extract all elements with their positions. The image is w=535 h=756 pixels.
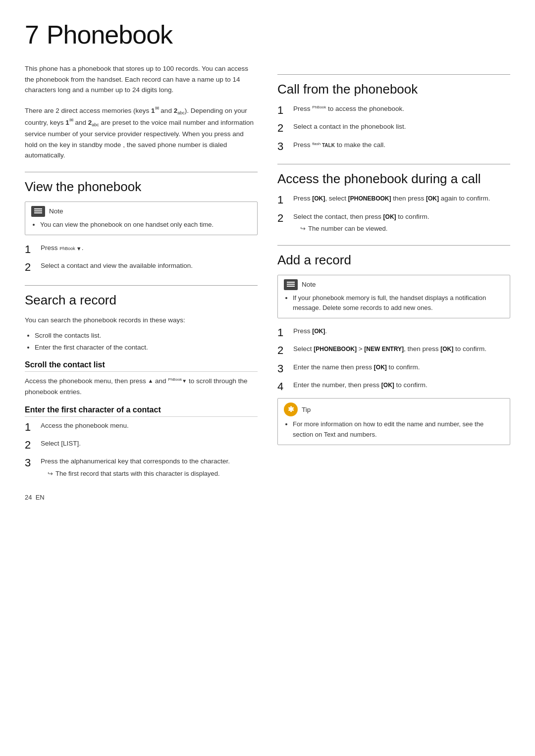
- step-char-3: 3 Press the alphanumerical key that corr…: [25, 456, 258, 479]
- note-content-add: If your phonebook memory is full, the ha…: [284, 293, 504, 313]
- step-call-2: 2 Select a contact in the phonebook list…: [277, 122, 510, 135]
- note-text-add: If your phonebook memory is full, the ha…: [293, 293, 504, 313]
- note-icon-add: [284, 279, 298, 290]
- step-add-1: 1 Press [OK].: [277, 326, 510, 339]
- page-number: 24: [25, 494, 32, 501]
- section-title-search: Search a record: [25, 293, 258, 308]
- bullet-scroll: Scroll the contacts list.: [35, 330, 258, 341]
- section-title-add: Add a record: [277, 252, 510, 268]
- page-lang: EN: [36, 494, 45, 501]
- note-label-view: Note: [49, 207, 63, 215]
- svg-rect-0: [34, 208, 42, 209]
- steps-access: 1 Press [OK], select [PHONEBOOK] then pr…: [277, 194, 510, 234]
- subsection-scroll-text: Access the phonebook menu, then press ▲ …: [25, 376, 258, 397]
- tip-content: For more information on how to edit the …: [284, 419, 504, 439]
- subsection-scroll-title: Scroll the contact list: [25, 360, 258, 372]
- divider-add: [277, 245, 510, 246]
- note-label-add: Note: [302, 281, 316, 288]
- step-add-4: 4 Enter the number, then press [OK] to c…: [277, 380, 510, 393]
- tip-header: ✱ Tip: [284, 403, 504, 416]
- step-view-2: 2 Select a contact and view the availabl…: [25, 261, 258, 274]
- page-footer: 24 EN: [25, 494, 258, 501]
- note-header: Note: [31, 206, 251, 217]
- note-header-add: Note: [284, 279, 504, 290]
- step-char-1: 1 Access the phonebook menu.: [25, 421, 258, 434]
- note-box-view-phonebook: Note You can view the phonebook on one h…: [25, 202, 258, 235]
- divider-access: [277, 164, 510, 164]
- search-intro: You can search the phonebook records in …: [25, 315, 258, 326]
- intro-paragraph-2: There are 2 direct access memories (keys…: [25, 104, 258, 161]
- note-icon: [31, 206, 45, 217]
- note-box-add-record: Note If your phonebook memory is full, t…: [277, 275, 510, 318]
- right-column: Call from the phonebook 1 Press PhBook t…: [277, 63, 510, 501]
- step-char-3-result: The first record that starts with this c…: [41, 469, 258, 479]
- steps-add: 1 Press [OK]. 2 Select [PHONEBOOK] > [NE…: [277, 326, 510, 394]
- steps-call: 1 Press PhBook to access the phonebook. …: [277, 104, 510, 153]
- bullet-char: Enter the first character of the contact…: [35, 342, 258, 353]
- svg-rect-1: [34, 210, 42, 211]
- step-view-1: 1 Press PhBook▼.: [25, 243, 258, 256]
- divider-call: [277, 74, 510, 75]
- section-title-access: Access the phonebook during a call: [277, 171, 510, 187]
- chapter-title: 7Phonebook: [25, 20, 510, 50]
- search-bullets: Scroll the contacts list. Enter the firs…: [25, 330, 258, 353]
- steps-view-phonebook: 1 Press PhBook▼. 2 Select a contact and …: [25, 243, 258, 274]
- left-column: This phone has a phonebook that stores u…: [25, 63, 258, 501]
- subsection-char-title: Enter the first character of a contact: [25, 405, 258, 417]
- tip-icon: ✱: [284, 403, 298, 416]
- tip-label: Tip: [302, 406, 311, 413]
- svg-rect-4: [287, 284, 295, 285]
- divider-view: [25, 172, 258, 172]
- step-access-2: 2 Select the contact, then press [OK] to…: [277, 212, 510, 234]
- section-title-call: Call from the phonebook: [277, 82, 510, 97]
- section-title-view-phonebook: View the phonebook: [25, 179, 258, 195]
- svg-text:✱: ✱: [288, 405, 294, 413]
- chapter-number: 7: [25, 20, 39, 49]
- step-call-1: 1 Press PhBook to access the phonebook.: [277, 104, 510, 117]
- steps-char: 1 Access the phonebook menu. 2 Select [L…: [25, 421, 258, 479]
- svg-rect-5: [287, 286, 295, 287]
- divider-search: [25, 285, 258, 286]
- step-char-2: 2 Select [LIST].: [25, 439, 258, 452]
- note-text-view: You can view the phonebook on one handse…: [40, 220, 251, 230]
- step-call-3: 3 Press flash TALK to make the call.: [277, 140, 510, 153]
- chapter-name: Phonebook: [47, 20, 172, 49]
- tip-box-add-record: ✱ Tip For more information on how to edi…: [277, 398, 510, 445]
- step-add-3: 3 Enter the name then press [OK] to conf…: [277, 362, 510, 375]
- tip-text: For more information on how to edit the …: [293, 419, 504, 439]
- step-access-1: 1 Press [OK], select [PHONEBOOK] then pr…: [277, 194, 510, 206]
- step-add-2: 2 Select [PHONEBOOK] > [NEW ENTRY], then…: [277, 344, 510, 357]
- svg-rect-3: [287, 282, 295, 283]
- step-access-2-result: The number can be viewed.: [293, 224, 510, 234]
- svg-rect-2: [34, 212, 42, 213]
- intro-paragraph-1: This phone has a phonebook that stores u…: [25, 63, 258, 96]
- note-content-view: You can view the phonebook on one handse…: [31, 220, 251, 230]
